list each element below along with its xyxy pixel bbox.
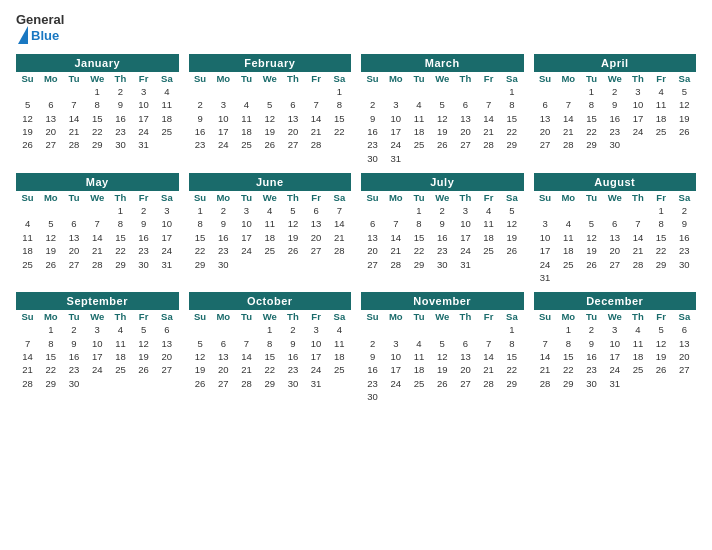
day-cell: 3 [305, 323, 328, 336]
day-cell: 10 [132, 98, 155, 111]
day-cell: 20 [39, 125, 62, 138]
day-header: We [258, 191, 281, 204]
day-cell: 25 [477, 244, 500, 257]
day-cell: 2 [431, 204, 454, 217]
day-cell [132, 377, 155, 390]
day-cell [305, 257, 328, 270]
day-cell: 6 [281, 98, 304, 111]
day-cell: 30 [212, 257, 235, 270]
day-cell: 10 [305, 336, 328, 349]
day-cell [39, 85, 62, 98]
day-header: Mo [384, 310, 407, 323]
day-cell [384, 85, 407, 98]
day-cell [16, 323, 39, 336]
day-cell: 10 [603, 336, 626, 349]
day-cell: 4 [328, 323, 351, 336]
day-cell: 7 [86, 217, 109, 230]
day-header: Sa [328, 72, 351, 85]
day-cell: 20 [454, 363, 477, 376]
day-cell: 23 [673, 244, 696, 257]
day-cell [673, 377, 696, 390]
day-cell: 20 [212, 363, 235, 376]
logo: General Blue [16, 12, 64, 44]
day-cell: 8 [86, 98, 109, 111]
day-cell: 21 [626, 244, 649, 257]
day-cell: 31 [132, 138, 155, 151]
day-cell [361, 323, 384, 336]
day-cell: 15 [650, 231, 673, 244]
day-header: We [603, 310, 626, 323]
day-cell: 17 [384, 363, 407, 376]
day-cell: 16 [361, 125, 384, 138]
day-cell: 29 [39, 377, 62, 390]
day-cell: 23 [212, 244, 235, 257]
day-cell: 24 [86, 363, 109, 376]
day-cell: 4 [650, 85, 673, 98]
day-header: Sa [155, 72, 178, 85]
day-cell: 25 [16, 257, 39, 270]
day-cell: 23 [361, 377, 384, 390]
day-cell: 11 [477, 217, 500, 230]
day-header: Sa [500, 72, 523, 85]
day-cell: 11 [258, 217, 281, 230]
day-cell: 12 [16, 111, 39, 124]
day-cell: 11 [557, 231, 580, 244]
day-cell: 30 [109, 138, 132, 151]
day-header: Th [109, 191, 132, 204]
day-cell: 7 [557, 98, 580, 111]
day-cell: 24 [132, 125, 155, 138]
day-cell: 30 [580, 377, 603, 390]
day-cell: 10 [454, 217, 477, 230]
day-cell: 8 [258, 336, 281, 349]
day-cell: 7 [328, 204, 351, 217]
day-cell: 26 [673, 125, 696, 138]
day-header: Fr [650, 72, 673, 85]
day-cell: 24 [305, 363, 328, 376]
day-cell: 7 [477, 98, 500, 111]
day-cell: 29 [650, 257, 673, 270]
day-cell [62, 85, 85, 98]
day-header: Tu [580, 310, 603, 323]
day-cell: 21 [235, 363, 258, 376]
day-cell: 13 [673, 336, 696, 349]
day-cell: 5 [132, 323, 155, 336]
day-cell: 8 [39, 336, 62, 349]
day-cell: 6 [212, 336, 235, 349]
day-cell: 21 [328, 231, 351, 244]
day-header: We [86, 310, 109, 323]
day-cell: 19 [281, 231, 304, 244]
day-cell: 27 [281, 138, 304, 151]
day-cell: 26 [650, 363, 673, 376]
day-cell: 20 [62, 244, 85, 257]
day-header: Sa [673, 310, 696, 323]
day-cell: 10 [384, 350, 407, 363]
day-cell [155, 377, 178, 390]
day-cell: 4 [477, 204, 500, 217]
day-cell [407, 151, 430, 164]
day-cell: 12 [189, 350, 212, 363]
day-header: Sa [673, 72, 696, 85]
day-cell: 25 [626, 363, 649, 376]
day-cell: 6 [39, 98, 62, 111]
day-cell: 18 [235, 125, 258, 138]
day-cell: 2 [109, 85, 132, 98]
day-cell [328, 257, 351, 270]
day-cell: 27 [62, 257, 85, 270]
day-header: Th [626, 191, 649, 204]
day-cell: 6 [155, 323, 178, 336]
day-cell: 18 [407, 125, 430, 138]
day-header: Mo [384, 191, 407, 204]
day-header: Sa [155, 191, 178, 204]
day-cell: 1 [500, 323, 523, 336]
day-cell: 10 [384, 111, 407, 124]
month-july: JulySuMoTuWeThFrSa1234567891011121314151… [361, 173, 524, 284]
day-cell: 16 [673, 231, 696, 244]
day-header: Mo [557, 72, 580, 85]
day-cell: 2 [603, 85, 626, 98]
day-cell [39, 204, 62, 217]
day-header: Fr [477, 191, 500, 204]
day-cell: 12 [673, 98, 696, 111]
day-cell: 26 [500, 244, 523, 257]
day-cell: 31 [534, 271, 557, 284]
day-cell: 18 [477, 231, 500, 244]
